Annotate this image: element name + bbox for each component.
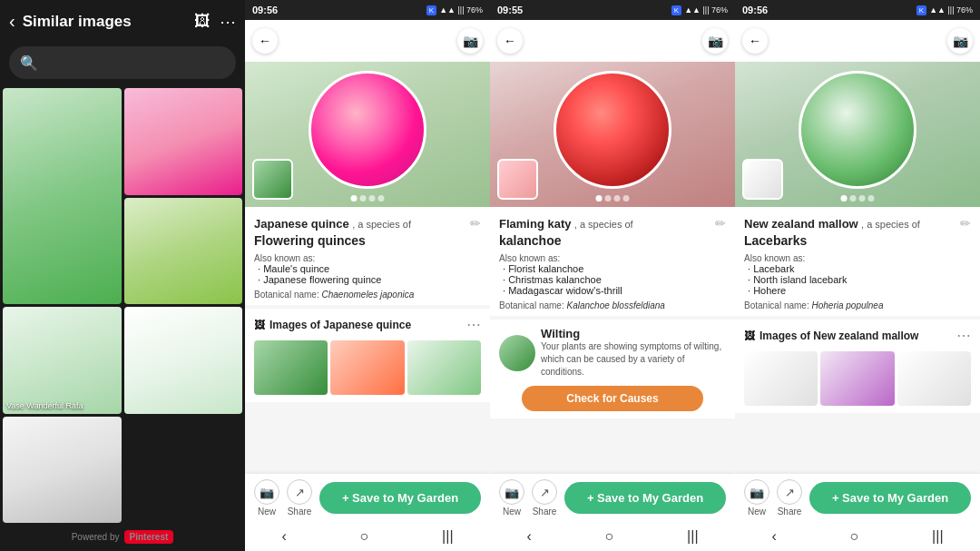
share-button-3[interactable]: ↗ Share <box>777 479 802 517</box>
alias-3-2: · North island lacebark <box>748 274 971 285</box>
panel-title: Similar images <box>23 13 187 31</box>
new-button-1[interactable]: 📷 New <box>254 479 279 517</box>
edit-icon-2[interactable]: ✏ <box>715 216 726 231</box>
dot-indicators-3 <box>841 195 875 202</box>
flower-thumb-3[interactable] <box>742 159 783 200</box>
plant-img-1-2[interactable] <box>330 340 404 395</box>
image-section-icon-1: 🖼 <box>254 319 265 331</box>
vase-label: Vase Wanderful Rafa <box>6 401 83 410</box>
botanical-1: Botanical name: Chaenomeles japonica <box>254 290 481 300</box>
scroll-content-1: ✏ Japanese quince , a species of Floweri… <box>245 62 490 474</box>
plant-img-3-1[interactable] <box>744 351 818 406</box>
save-button-1[interactable]: + Save to My Garden <box>319 482 481 514</box>
nav-home-1[interactable]: ○ <box>346 525 384 548</box>
top-nav-1: ← 📷 <box>245 20 490 62</box>
alias-3-3: · Hohere <box>748 285 971 296</box>
new-icon-2: 📷 <box>499 479 524 505</box>
powered-by-section: Powered by Pinterest <box>0 523 245 551</box>
flower-main-image-2 <box>554 71 671 189</box>
grid-image-5[interactable] <box>124 307 243 414</box>
grid-image-2[interactable] <box>124 88 243 195</box>
nav-menu-1[interactable]: ||| <box>427 525 467 548</box>
grid-image-6[interactable] <box>3 417 122 524</box>
plant-subtitle-3: Lacebarks <box>744 233 971 248</box>
similar-images-panel: ‹ Similar images 🖼 ⋯ 🔍 Vase Wanderful Ra… <box>0 0 245 551</box>
more-dots-3[interactable]: ⋯ <box>956 327 971 344</box>
dot-1-1 <box>351 195 358 202</box>
flower-main-image-1 <box>309 71 426 189</box>
dot-3-4 <box>868 195 875 202</box>
images-section-header-1: 🖼 Images of Japanese quince ⋯ <box>254 316 481 333</box>
status-bar-2: 09:55 K ▲▲ ||| 76% <box>490 0 735 20</box>
dot-2-4 <box>623 195 630 202</box>
status-icons-2: K ▲▲ ||| 76% <box>671 5 728 15</box>
signal-icon-2: ▲▲ ||| 76% <box>684 5 728 15</box>
flower-thumb-2[interactable] <box>497 159 538 200</box>
images-section-1: 🖼 Images of Japanese quince ⋯ <box>245 309 490 402</box>
grid-image-4[interactable]: Vase Wanderful Rafa <box>3 307 122 414</box>
nav-menu-2[interactable]: ||| <box>672 525 712 548</box>
species-label-3: , a species of <box>861 219 920 230</box>
status-icons-3: K ▲▲ ||| 76% <box>916 5 973 15</box>
top-nav-2: ← 📷 <box>490 20 735 62</box>
camera-button-2[interactable]: 📷 <box>702 28 728 54</box>
plant-name-1: Japanese quince , a species of <box>254 216 481 232</box>
share-icon-3: ↗ <box>777 479 802 505</box>
back-button[interactable]: ‹ <box>9 11 15 32</box>
top-nav-3: ← 📷 <box>735 20 980 62</box>
camera-button-3[interactable]: 📷 <box>947 28 973 54</box>
plant-img-1-3[interactable] <box>407 340 481 395</box>
nav-back-button-3[interactable]: ← <box>742 28 768 54</box>
phone-panel-2: 09:55 K ▲▲ ||| 76% ← 📷 ✏ Flaming katy , … <box>490 0 735 551</box>
botanical-2: Botanical name: Kalanchoe blossfeldiana <box>499 300 726 310</box>
more-dots-1[interactable]: ⋯ <box>466 316 481 333</box>
nav-bar-3: ‹ ○ ||| <box>735 522 980 551</box>
edit-icon-1[interactable]: ✏ <box>470 216 481 231</box>
more-icon[interactable]: ⋯ <box>220 12 236 32</box>
status-icons-1: K ▲▲ ||| 76% <box>426 5 483 15</box>
flower-image-area-1 <box>245 62 490 207</box>
dot-2-3 <box>614 195 621 202</box>
dot-indicators-1 <box>351 195 385 202</box>
share-icon-2: ↗ <box>532 479 557 505</box>
k-icon-3: K <box>916 5 926 15</box>
nav-back-button-1[interactable]: ← <box>252 28 278 54</box>
save-button-3[interactable]: + Save to My Garden <box>809 482 971 514</box>
edit-icon-3[interactable]: ✏ <box>960 216 971 231</box>
save-button-2[interactable]: + Save to My Garden <box>564 482 726 514</box>
status-bar-1: 09:56 K ▲▲ ||| 76% <box>245 0 490 20</box>
share-button-1[interactable]: ↗ Share <box>287 479 312 517</box>
nav-home-2[interactable]: ○ <box>591 525 629 548</box>
nav-home-3[interactable]: ○ <box>836 525 874 548</box>
nav-bar-1: ‹ ○ ||| <box>245 522 490 551</box>
k-icon-2: K <box>671 5 681 15</box>
grid-image-3[interactable] <box>124 198 243 305</box>
wilting-text-block: Wilting Your plants are showing symptoms… <box>541 327 726 379</box>
dot-indicators-2 <box>596 195 630 202</box>
new-button-2[interactable]: 📷 New <box>499 479 524 517</box>
nav-back-2[interactable]: ‹ <box>512 525 545 548</box>
plant-img-1-1[interactable] <box>254 340 328 395</box>
nav-menu-3[interactable]: ||| <box>917 525 957 548</box>
dot-2-2 <box>605 195 612 202</box>
also-known-2: Also known as: <box>499 253 726 263</box>
check-causes-button[interactable]: Check for Causes <box>522 386 703 411</box>
nav-back-1[interactable]: ‹ <box>267 525 300 548</box>
also-known-1: Also known as: <box>254 253 481 263</box>
image-grid: Vase Wanderful Rafa <box>0 88 245 523</box>
plant-img-3-3[interactable] <box>897 351 971 406</box>
wilting-header: Wilting Your plants are showing symptoms… <box>499 327 726 379</box>
camera-button-1[interactable]: 📷 <box>457 28 483 54</box>
plant-img-3-2[interactable] <box>820 351 894 406</box>
nav-back-3[interactable]: ‹ <box>757 525 790 548</box>
new-button-3[interactable]: 📷 New <box>744 479 769 517</box>
images-section-header-3: 🖼 Images of New zealand mallow ⋯ <box>744 327 971 344</box>
status-time-1: 09:56 <box>252 5 278 15</box>
image-icon: 🖼 <box>194 12 211 32</box>
nav-back-button-2[interactable]: ← <box>497 28 523 54</box>
search-bar[interactable]: 🔍 <box>9 46 236 79</box>
share-button-2[interactable]: ↗ Share <box>532 479 557 517</box>
grid-image-1[interactable] <box>3 88 122 304</box>
flower-thumb-1[interactable] <box>252 159 293 200</box>
images-section-title-1: 🖼 Images of Japanese quince <box>254 319 411 331</box>
